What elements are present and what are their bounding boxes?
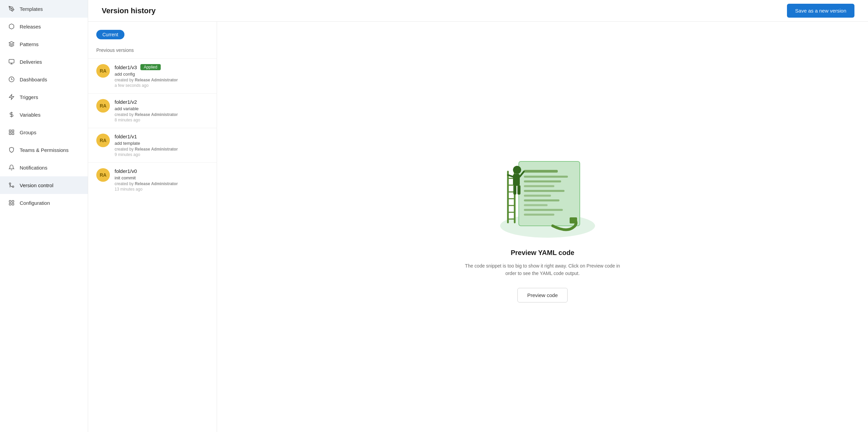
svg-rect-22 xyxy=(524,176,568,178)
version-commit-2: add template xyxy=(115,141,209,146)
preview-code-button[interactable]: Preview code xyxy=(517,288,568,302)
svg-point-12 xyxy=(12,186,14,188)
version-creator-2: created by Release Administrator xyxy=(115,147,209,152)
svg-point-0 xyxy=(11,8,12,9)
version-header-1: folder1/v2 xyxy=(115,99,209,105)
preview-panel: Preview YAML code The code snippet is to… xyxy=(217,22,868,432)
version-control-icon xyxy=(8,182,15,189)
sidebar-item-label-releases: Releases xyxy=(20,24,41,30)
preview-title: Preview YAML code xyxy=(511,249,574,257)
version-info-1: folder1/v2 add variable created by Relea… xyxy=(115,99,209,122)
sidebar-item-patterns[interactable]: Patterns xyxy=(0,35,88,53)
version-creator-1: created by Release Administrator xyxy=(115,112,209,117)
version-time-1: 8 minutes ago xyxy=(115,118,209,122)
sidebar-item-label-templates: Templates xyxy=(20,6,43,12)
notifications-icon xyxy=(8,164,15,171)
version-item-2[interactable]: RA folder1/v1 add template created by Re… xyxy=(88,128,217,162)
previous-versions-label: Previous versions xyxy=(88,45,217,58)
current-badge-row: Current xyxy=(88,30,217,45)
sidebar-item-label-teams-permissions: Teams & Permissions xyxy=(20,147,68,153)
svg-marker-6 xyxy=(9,95,14,100)
version-header-2: folder1/v1 xyxy=(115,134,209,139)
save-new-version-button[interactable]: Save as a new version xyxy=(787,4,854,18)
svg-rect-46 xyxy=(570,217,577,223)
avatar-2: RA xyxy=(96,134,110,147)
sidebar-item-variables[interactable]: Variables xyxy=(0,106,88,123)
version-header-3: folder1/v0 xyxy=(115,168,209,174)
configuration-icon xyxy=(8,199,15,206)
sidebar-item-label-triggers: Triggers xyxy=(20,94,38,100)
svg-marker-1 xyxy=(9,42,14,44)
version-info-3: folder1/v0 init commit created by Releas… xyxy=(115,168,209,192)
patterns-icon xyxy=(8,41,15,47)
sidebar-item-version-control[interactable]: Version control xyxy=(0,176,88,194)
svg-rect-23 xyxy=(524,180,561,182)
sidebar-item-label-patterns: Patterns xyxy=(20,41,39,47)
version-name-2: folder1/v1 xyxy=(115,134,137,139)
sidebar-item-templates[interactable]: Templates xyxy=(0,0,88,18)
version-item-1[interactable]: RA folder1/v2 add variable created by Re… xyxy=(88,93,217,128)
sidebar-item-dashboards[interactable]: Dashboards xyxy=(0,71,88,88)
svg-rect-15 xyxy=(12,200,14,202)
teams-permissions-icon xyxy=(8,146,15,153)
version-info-0: folder1/v3 Applied add config created by… xyxy=(115,64,209,88)
triggers-icon xyxy=(8,94,15,100)
sidebar-item-notifications[interactable]: Notifications xyxy=(0,159,88,176)
version-item-3[interactable]: RA folder1/v0 init commit created by Rel… xyxy=(88,162,217,197)
version-commit-3: init commit xyxy=(115,175,209,180)
svg-rect-44 xyxy=(513,185,516,195)
sidebar-item-label-deliveries: Deliveries xyxy=(20,59,42,65)
version-creator-0: created by Release Administrator xyxy=(115,78,209,82)
svg-rect-9 xyxy=(12,130,14,132)
version-name-3: folder1/v0 xyxy=(115,168,137,174)
version-commit-1: add variable xyxy=(115,106,209,111)
version-name-0: folder1/v3 xyxy=(115,64,137,70)
svg-rect-14 xyxy=(9,200,11,202)
templates-icon xyxy=(8,5,15,12)
svg-rect-2 xyxy=(9,59,14,63)
sidebar-item-groups[interactable]: Groups xyxy=(0,123,88,141)
svg-rect-29 xyxy=(524,209,563,211)
avatar-1: RA xyxy=(96,99,110,113)
sidebar-item-configuration[interactable]: Configuration xyxy=(0,194,88,212)
svg-rect-17 xyxy=(9,203,11,205)
sidebar-item-label-version-control: Version control xyxy=(20,182,53,188)
variables-icon xyxy=(8,111,15,118)
sidebar-item-label-configuration: Configuration xyxy=(20,200,50,206)
svg-rect-25 xyxy=(524,190,565,192)
svg-rect-26 xyxy=(524,195,551,197)
yaml-illustration xyxy=(485,151,600,239)
version-creator-3: created by Release Administrator xyxy=(115,181,209,186)
svg-point-13 xyxy=(9,183,11,184)
version-time-0: a few seconds ago xyxy=(115,83,209,88)
top-bar: Version history Save as a new version xyxy=(88,0,868,22)
preview-description: The code snippet is too big to show it r… xyxy=(461,262,624,277)
version-info-2: folder1/v1 add template created by Relea… xyxy=(115,134,209,157)
sidebar-item-label-variables: Variables xyxy=(20,112,40,118)
releases-icon xyxy=(8,23,15,30)
sidebar-item-deliveries[interactable]: Deliveries xyxy=(0,53,88,71)
version-list: RA folder1/v3 Applied add config created… xyxy=(88,58,217,197)
avatar-0: RA xyxy=(96,64,110,78)
svg-point-40 xyxy=(513,166,521,174)
version-time-3: 13 minutes ago xyxy=(115,187,209,192)
version-commit-0: add config xyxy=(115,72,209,77)
sidebar-item-label-notifications: Notifications xyxy=(20,165,47,171)
version-header-0: folder1/v3 Applied xyxy=(115,64,209,70)
avatar-3: RA xyxy=(96,168,110,182)
sidebar: Templates Releases Patterns Deliveries D… xyxy=(0,0,88,432)
sidebar-item-releases[interactable]: Releases xyxy=(0,18,88,35)
svg-rect-10 xyxy=(12,133,14,135)
svg-rect-16 xyxy=(12,203,14,205)
content-area: Current Previous versions RA folder1/v3 … xyxy=(88,22,868,432)
main-content: Version history Save as a new version Cu… xyxy=(88,0,868,432)
version-name-1: folder1/v2 xyxy=(115,99,137,105)
svg-rect-30 xyxy=(524,214,554,216)
applied-badge-0: Applied xyxy=(140,64,161,70)
sidebar-item-triggers[interactable]: Triggers xyxy=(0,88,88,106)
svg-rect-45 xyxy=(517,185,520,195)
svg-rect-41 xyxy=(513,174,520,186)
version-item-0[interactable]: RA folder1/v3 Applied add config created… xyxy=(88,58,217,93)
sidebar-item-teams-permissions[interactable]: Teams & Permissions xyxy=(0,141,88,159)
svg-rect-27 xyxy=(524,199,559,201)
